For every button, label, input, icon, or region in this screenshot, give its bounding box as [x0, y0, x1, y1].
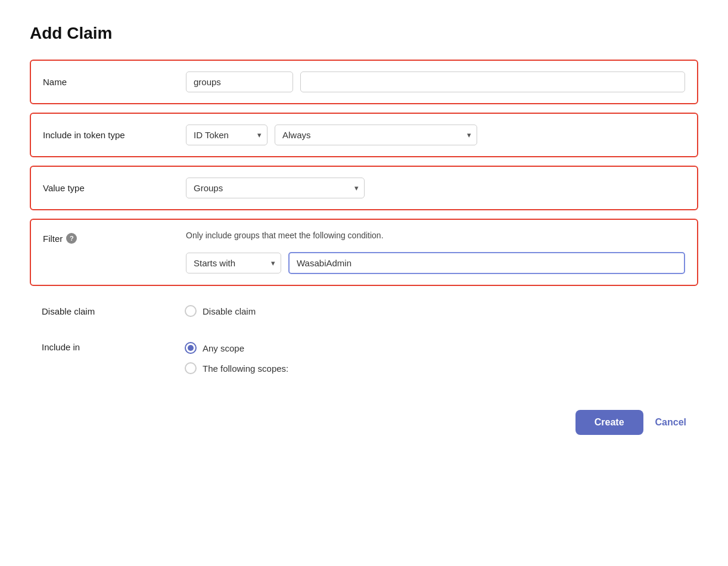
include-in-label: Include in: [42, 342, 173, 352]
disable-claim-row: Disable claim Disable claim: [30, 294, 698, 328]
token-frequency-select-wrapper: Always Only when requested: [275, 125, 477, 145]
token-type-label: Include in token type: [43, 130, 174, 140]
filter-label: Filter ?: [43, 233, 174, 244]
include-in-radio-group: Any scope The following scopes:: [185, 342, 288, 374]
include-in-any-scope-label: Any scope: [203, 343, 244, 353]
filter-description: Only include groups that meet the follow…: [186, 231, 685, 240]
include-in-any-scope-radio[interactable]: [185, 342, 197, 354]
token-type-field-section: Include in token type ID Token Access To…: [30, 113, 698, 157]
token-type-controls: ID Token Access Token Both Always Only w…: [186, 125, 685, 145]
create-button[interactable]: Create: [575, 410, 643, 435]
value-type-select-wrapper: Groups User attribute Static value: [186, 178, 365, 198]
name-field-section: Name: [30, 60, 698, 104]
filter-condition-select-wrapper: Starts with Ends with Contains Equals: [186, 253, 281, 273]
filter-condition-select[interactable]: Starts with Ends with Contains Equals: [186, 253, 281, 273]
include-in-any-scope-item: Any scope: [185, 342, 288, 354]
include-in-following-scopes-radio[interactable]: [185, 362, 197, 374]
value-type-controls: Groups User attribute Static value: [186, 178, 685, 198]
token-type-select-wrapper: ID Token Access Token Both: [186, 125, 267, 145]
include-in-following-scopes-label: The following scopes:: [203, 363, 288, 374]
filter-controls: Only include groups that meet the follow…: [186, 231, 685, 274]
name-controls: [186, 71, 685, 92]
value-type-label: Value type: [43, 183, 174, 193]
filter-help-icon[interactable]: ?: [66, 233, 77, 244]
page-title: Add Claim: [30, 24, 698, 43]
filter-row: Starts with Ends with Contains Equals: [186, 252, 685, 274]
token-frequency-select[interactable]: Always Only when requested: [275, 125, 477, 145]
button-row: Create Cancel: [30, 410, 698, 435]
include-in-following-scopes-item: The following scopes:: [185, 362, 288, 374]
filter-value-input[interactable]: [288, 252, 685, 274]
disable-claim-label: Disable claim: [42, 306, 173, 316]
cancel-button[interactable]: Cancel: [655, 417, 686, 428]
filter-field-section: Filter ? Only include groups that meet t…: [30, 219, 698, 286]
disable-claim-controls: Disable claim: [185, 305, 686, 317]
name-label: Name: [43, 77, 174, 87]
value-type-select[interactable]: Groups User attribute Static value: [186, 178, 365, 198]
name-secondary-input[interactable]: [300, 71, 685, 92]
include-in-section: Include in Any scope The following scope…: [30, 336, 698, 380]
disable-claim-checkbox-label: Disable claim: [203, 306, 256, 316]
disable-claim-checkbox-item: Disable claim: [185, 305, 256, 317]
token-type-select[interactable]: ID Token Access Token Both: [186, 125, 267, 145]
value-type-field-section: Value type Groups User attribute Static …: [30, 166, 698, 210]
disable-claim-checkbox[interactable]: [185, 305, 197, 317]
name-input[interactable]: [186, 71, 293, 92]
